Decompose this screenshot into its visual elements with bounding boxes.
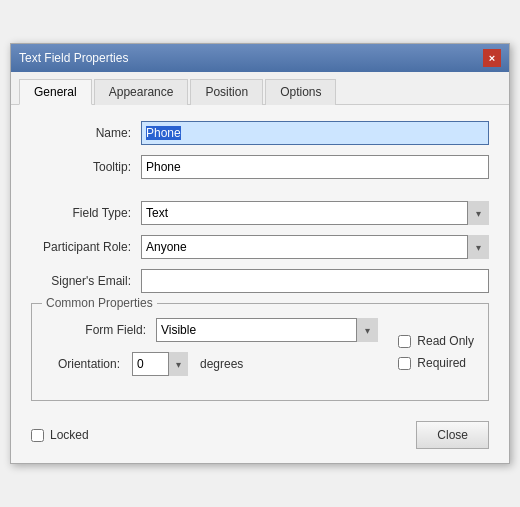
participant-role-select-wrapper: Anyone Signer Approver ▾ [141,235,489,259]
orientation-label: Orientation: [46,357,126,371]
required-label: Required [417,356,466,370]
tooltip-row: Tooltip: [31,155,489,179]
tab-general[interactable]: General [19,79,92,105]
required-checkbox[interactable] [398,357,411,370]
name-input[interactable] [141,121,489,145]
locked-label: Locked [50,428,89,442]
tab-position[interactable]: Position [190,79,263,105]
degrees-label: degrees [194,357,243,371]
name-row: Name: [31,121,489,145]
section-right: Read Only Required [378,318,474,386]
section-left: Form Field: Visible Hidden No View, Prin… [46,318,378,386]
read-only-label: Read Only [417,334,474,348]
participant-role-label: Participant Role: [31,240,141,254]
read-only-checkbox[interactable] [398,335,411,348]
tooltip-input[interactable] [141,155,489,179]
window-close-button[interactable]: × [483,49,501,67]
participant-role-row: Participant Role: Anyone Signer Approver… [31,235,489,259]
tooltip-label: Tooltip: [31,160,141,174]
form-field-select[interactable]: Visible Hidden No View, Print Visible, N… [156,318,378,342]
read-only-row: Read Only [398,334,474,348]
text-field-properties-dialog: Text Field Properties × General Appearan… [10,43,510,464]
field-type-label: Field Type: [31,206,141,220]
required-row: Required [398,356,474,370]
name-label: Name: [31,126,141,140]
signer-email-input[interactable] [141,269,489,293]
signer-email-label: Signer's Email: [31,274,141,288]
participant-role-select[interactable]: Anyone Signer Approver [141,235,489,259]
tab-options[interactable]: Options [265,79,336,105]
close-button[interactable]: Close [416,421,489,449]
common-properties-section: Common Properties Form Field: Visible Hi… [31,303,489,401]
orientation-select[interactable]: 0 90 180 270 [132,352,188,376]
section-content: Form Field: Visible Hidden No View, Prin… [46,318,474,386]
common-properties-title: Common Properties [42,296,157,310]
orientation-select-wrapper: 0 90 180 270 ▾ [132,352,188,376]
signer-email-row: Signer's Email: [31,269,489,293]
locked-row: Locked [31,428,89,442]
locked-checkbox[interactable] [31,429,44,442]
title-bar: Text Field Properties × [11,44,509,72]
tab-appearance[interactable]: Appearance [94,79,189,105]
orientation-row: Orientation: 0 90 180 270 ▾ degrees [46,352,378,376]
form-field-row: Form Field: Visible Hidden No View, Prin… [46,318,378,342]
form-field-label: Form Field: [46,323,156,337]
field-type-select-wrapper: Text Multiline Password ▾ [141,201,489,225]
dialog-title: Text Field Properties [19,51,128,65]
field-type-select[interactable]: Text Multiline Password [141,201,489,225]
form-field-select-wrapper: Visible Hidden No View, Print Visible, N… [156,318,378,342]
bottom-bar: Locked Close [11,411,509,463]
field-type-row: Field Type: Text Multiline Password ▾ [31,201,489,225]
dialog-content: Name: Tooltip: Field Type: Text Multilin… [11,105,509,411]
tab-bar: General Appearance Position Options [11,72,509,105]
